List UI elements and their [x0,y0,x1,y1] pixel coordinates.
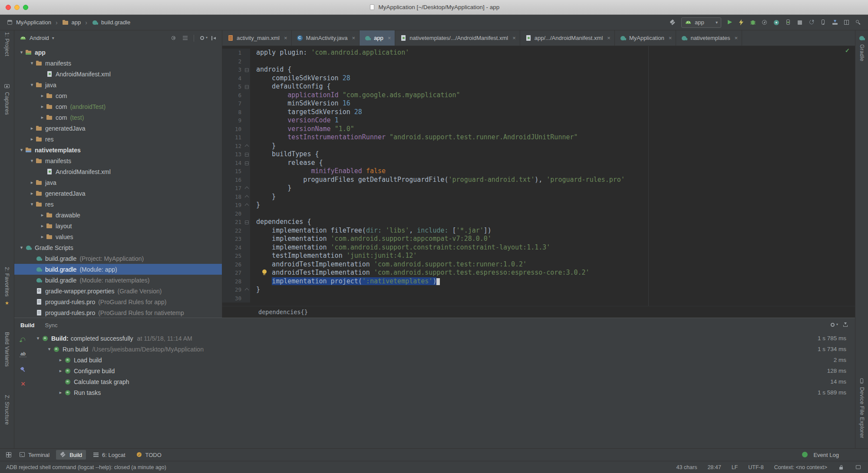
settings-gear-icon[interactable] [829,322,836,328]
tree-item-res[interactable]: ▾res [14,199,222,210]
tree-item-drawable[interactable]: ▸drawable [14,210,222,220]
inspection-status-icon[interactable] [845,47,850,54]
tree-item-generatedjava[interactable]: ▸generatedJava [14,188,222,199]
tree-item-layout[interactable]: ▸layout [14,220,222,231]
collapse-arrow-icon[interactable]: ▾ [18,147,25,153]
expand-arrow-icon[interactable]: ▸ [28,136,36,142]
tree-item-com-androidtest[interactable]: ▸com(androidTest) [14,101,222,112]
code-line-18[interactable]: 18 } [222,193,855,201]
expand-arrow-icon[interactable]: ▸ [28,125,36,131]
code-line-7[interactable]: 7 minSdkVersion 16 [222,99,855,108]
status-line-separator[interactable]: LF [732,464,738,470]
build-row-configure-build[interactable]: ▸Configure build128 ms [32,365,855,376]
settings-gear-icon[interactable] [199,35,206,42]
run-configuration-selector[interactable]: app▾ [681,17,721,28]
code-line-27[interactable]: 27 androidTestImplementation 'com.androi… [222,269,855,277]
hide-panel-icon[interactable] [211,35,218,42]
code-line-26[interactable]: 26 androidTestImplementation 'com.androi… [222,260,855,269]
build-row-run-tasks[interactable]: ▸Run tasks1 s 589 ms [32,387,855,398]
locate-icon[interactable] [170,35,177,42]
build-row-completed-successfully[interactable]: ▾Build:completed successfullyat 11/5/18,… [32,333,855,344]
build-panel-tab-sync[interactable]: Sync [45,322,58,328]
code-line-16[interactable]: 16 proguardFiles getDefaultProguardFile(… [222,176,855,184]
tree-item-app[interactable]: ▾app [14,47,222,58]
status-caret-position[interactable]: 28:47 [707,464,721,470]
tab-close-icon[interactable]: × [388,35,391,41]
tree-item-proguard-rules-pro-proguard-rules-for-app[interactable]: proguard-rules.pro(ProGuard Rules for ap… [14,296,222,307]
layout-inspector-icon[interactable] [843,19,850,26]
collapse-arrow-icon[interactable]: ▾ [18,49,25,55]
expand-arrow-icon[interactable]: ▸ [39,115,46,120]
editor-tab-activity-main-xml[interactable]: activity_main.xml× [222,30,292,46]
toolwindow-button-build[interactable]: Build [56,450,86,460]
fold-end-icon[interactable] [245,144,249,148]
debug-icon[interactable] [749,19,756,26]
toolwindow-button-6-logcat[interactable]: 6: Logcat [89,450,129,460]
code-editor[interactable]: 1apply plugin: 'com.android.application'… [222,46,855,306]
expand-arrow-icon[interactable]: ▸ [39,104,46,109]
editor-tab-nativetemplates[interactable]: nativetemplates× [676,30,742,46]
code-line-20[interactable]: 20 [222,210,855,218]
code-line-1[interactable]: 1apply plugin: 'com.android.application' [222,49,855,57]
tree-item-manifests[interactable]: ▾manifests [14,155,222,166]
code-line-10[interactable]: 10 versionName "1.0" [222,125,855,134]
tree-item-proguard-rules-pro-proguard-rules-for-nativetemp[interactable]: proguard-rules.pro(ProGuard Rules for na… [14,307,222,318]
apply-changes-icon[interactable] [738,19,745,26]
tab-close-icon[interactable]: × [669,35,672,41]
profile-icon[interactable] [761,19,768,26]
expand-arrow-icon[interactable]: ▸ [39,212,46,218]
code-line-22[interactable]: 22 implementation fileTree(dir: 'libs', … [222,227,855,235]
event-log-button[interactable]: 2Event Log [798,450,843,460]
run-icon[interactable] [726,19,733,26]
tree-item-java[interactable]: ▾java [14,79,222,90]
indicator-icon[interactable] [855,464,862,471]
tab-close-icon[interactable]: × [607,35,611,41]
intention-bulb-icon[interactable] [261,269,267,276]
collapse-all-icon[interactable] [182,35,189,42]
fold-open-icon[interactable] [245,153,249,157]
code-line-2[interactable]: 2 [222,57,855,66]
editor-tab-app[interactable]: app× [360,30,395,46]
build-panel-tab-build[interactable]: Build [20,322,35,328]
export-icon[interactable] [842,322,849,328]
editor-tab-app-androidmanifest-xml[interactable]: app/.../AndroidManifest.xml× [520,30,615,46]
fold-open-icon[interactable] [245,85,249,89]
code-line-11[interactable]: 11 testInstrumentationRunner "android.su… [222,133,855,142]
expand-arrow-icon[interactable]: ▸ [57,368,64,374]
close-window-button[interactable] [6,5,11,10]
tree-item-build-gradle-project-myapplication[interactable]: build.gradle(Project: MyApplication) [14,253,222,264]
profiler-icon[interactable] [773,19,780,26]
tree-item-nativetemplates[interactable]: ▾nativetemplates [14,145,222,155]
tab-close-icon[interactable]: × [735,35,738,41]
tree-item-build-gradle-module-nativetemplates[interactable]: build.gradle(Module: nativetemplates) [14,275,222,286]
project-view-selector[interactable]: Android ▾ [20,35,54,42]
code-line-28[interactable]: 28 implementation project(':nativetempla… [222,277,855,286]
attach-debugger-icon[interactable] [785,19,792,26]
editor-tab-mainactivity-java[interactable]: MainActivity.java× [292,30,360,46]
tree-item-com[interactable]: ▸com [14,90,222,101]
close-red-icon[interactable] [20,381,26,388]
build-row-load-build[interactable]: ▸Load build2 ms [32,355,855,365]
fold-end-icon[interactable] [245,195,249,199]
avd-manager-icon[interactable] [820,19,827,26]
tree-item-androidmanifest-xml[interactable]: AndroidManifest.xml [14,69,222,79]
code-line-15[interactable]: 15 minifyEnabled false [222,167,855,176]
toolwindow-stripe-button-2-favorites[interactable]: 2: Favorites [0,267,14,306]
lock-icon[interactable] [838,464,845,471]
toolwindow-stripe-button-build-variants[interactable]: Build Variants [0,332,14,367]
filter-ab-icon[interactable] [20,351,26,358]
tree-item-build-gradle-module-app[interactable]: build.gradle(Module: app) [14,264,222,275]
status-encoding[interactable]: UTF-8 [748,464,763,470]
code-line-25[interactable]: 25 testImplementation 'junit:junit:4.12' [222,252,855,260]
expand-arrow-icon[interactable]: ▸ [39,93,46,99]
tab-close-icon[interactable]: × [284,35,287,41]
code-line-17[interactable]: 17 } [222,184,855,193]
fold-end-icon[interactable] [245,204,249,208]
expand-arrow-icon[interactable]: ▸ [57,390,64,395]
code-line-30[interactable]: 30 [222,294,855,303]
tree-item-gradle-wrapper-properties-gradle-version[interactable]: gradle-wrapper.properties(Gradle Version… [14,286,222,296]
code-line-24[interactable]: 24 implementation 'com.android.support.c… [222,243,855,252]
code-line-8[interactable]: 8 targetSdkVersion 28 [222,108,855,117]
collapse-arrow-icon[interactable]: ▾ [46,346,53,352]
fold-end-icon[interactable] [245,187,249,191]
